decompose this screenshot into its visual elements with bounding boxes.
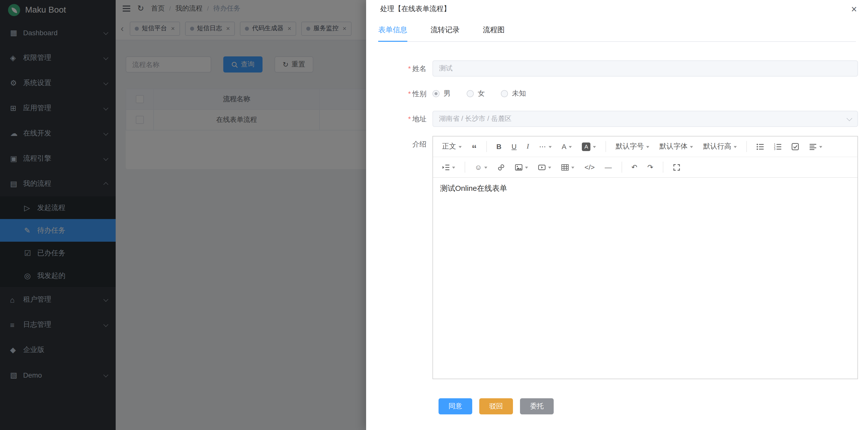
drawer-header: 处理【在线表单流程】 × [366,0,868,14]
paragraph-style-button[interactable]: 正文 [438,140,465,153]
form-row-gender: *性别 男 女 未知 [378,86,858,102]
agree-button[interactable]: 同意 [438,398,472,414]
video-icon [538,163,546,171]
bulleted-list-button[interactable] [753,140,768,153]
radio-male[interactable]: 男 [433,89,451,98]
italic-button[interactable]: I [523,140,533,153]
tab-flow-chart[interactable]: 流程图 [483,25,505,41]
address-select[interactable]: 湖南省 / 长沙市 / 岳麓区 [433,111,858,127]
drawer-form: *姓名 *性别 男 女 [366,42,868,430]
chevron-down-icon [847,115,852,121]
video-button[interactable] [535,160,555,174]
toolbar-divider [486,141,487,152]
reject-button[interactable]: 驳回 [479,398,513,414]
todo-checkbox-icon [792,143,799,150]
font-family-select[interactable]: 默认字体 [656,140,697,153]
redo-button[interactable]: ↷ [644,160,657,174]
numbered-list-icon: 1 2 3 [774,143,782,150]
caret-down-icon [452,166,455,170]
align-button[interactable] [806,140,826,153]
form-row-address: *地址 湖南省 / 长沙市 / 岳麓区 [378,111,858,127]
image-button[interactable] [512,160,532,174]
delegate-button[interactable]: 委托 [520,398,554,414]
caret-down-icon [819,146,823,149]
emoji-button[interactable]: ☺ [471,160,491,174]
tab-form-info[interactable]: 表单信息 [378,25,407,41]
indent-button[interactable] [438,160,459,174]
table-icon [561,163,569,171]
tab-flow-records[interactable]: 流转记录 [431,25,460,41]
caret-down-icon [549,146,552,149]
caret-down-icon [690,146,693,149]
radio-unknown[interactable]: 未知 [501,89,526,98]
app-window: Maku Boot ▦ Dashboard ◈ 权限管理 ⚙ 系统设置 ⊞ 应用… [0,0,868,430]
form-row-intro: 介绍 正文 “ B U I ⋯ A A [378,136,858,379]
font-color-button[interactable]: A [558,140,576,153]
caret-down-icon [549,166,551,170]
caret-down-icon [485,166,488,170]
drawer-actions: 同意 驳回 委托 [378,388,858,414]
handle-process-drawer: 处理【在线表单流程】 × 表单信息 流转记录 流程图 *姓名 *性别 [366,0,868,430]
toolbar-divider [663,162,663,173]
fullscreen-button[interactable] [669,160,684,174]
line-height-select[interactable]: 默认行高 [700,140,741,153]
toolbar-divider [606,141,606,152]
form-row-name: *姓名 [378,60,858,77]
table-button[interactable] [558,160,578,174]
radio-female[interactable]: 女 [467,89,485,98]
code-block-button[interactable]: </> [581,160,598,174]
bulleted-list-icon [756,143,764,150]
svg-text:3: 3 [774,147,776,150]
divider-button[interactable]: — [601,160,615,174]
gender-radio-group: 男 女 未知 [433,86,858,102]
caret-down-icon [734,146,737,149]
numbered-list-button[interactable]: 1 2 3 [771,140,785,153]
radio-dot-icon [467,90,474,97]
drawer-tabs: 表单信息 流转记录 流程图 [378,25,856,42]
more-styles-button[interactable]: ⋯ [535,140,555,153]
indent-icon [442,163,450,171]
close-icon[interactable]: × [851,4,857,14]
todo-list-button[interactable] [788,140,803,153]
drawer-title: 处理【在线表单流程】 [380,4,451,13]
font-size-select[interactable]: 默认字号 [612,140,653,153]
toolbar-divider [747,141,747,152]
bold-button[interactable]: B [493,140,505,153]
caret-down-icon [571,166,575,170]
caret-down-icon [593,146,596,149]
toolbar-divider [621,162,622,173]
link-button[interactable] [494,160,509,174]
highlight-icon: A [582,142,591,151]
caret-down-icon [569,146,572,149]
editor-toolbar-row1: 正文 “ B U I ⋯ A A 默认字号 默认字体 默认行 [433,137,858,157]
quote-button[interactable]: “ [468,140,480,153]
caret-down-icon [459,146,462,149]
name-field[interactable] [433,60,858,77]
link-icon [498,163,505,171]
caret-down-icon [647,146,650,149]
toolbar-divider [465,162,465,173]
align-icon [809,143,817,150]
radio-dot-icon [433,90,439,97]
editor-content[interactable]: 测试Online在线表单 [433,178,858,379]
underline-button[interactable]: U [508,140,520,153]
undo-button[interactable]: ↶ [628,160,641,174]
fullscreen-icon [673,163,680,171]
rich-text-editor: 正文 “ B U I ⋯ A A 默认字号 默认字体 默认行 [433,136,858,379]
bg-color-button[interactable]: A [579,140,600,153]
caret-down-icon [525,166,528,170]
image-icon [515,163,523,171]
radio-dot-icon [501,90,508,97]
editor-toolbar-row2: ☺ [433,157,858,178]
